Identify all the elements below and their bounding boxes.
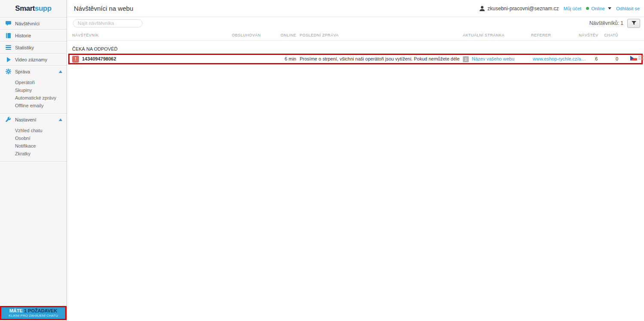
smartsupp-logo: Smartsupp xyxy=(0,0,67,17)
sidebar-section-label: Správa xyxy=(15,69,30,74)
col-header-referer[interactable]: REFERER xyxy=(531,33,551,37)
visitor-cell: ! 1434094798062 xyxy=(72,55,116,63)
sidebar-section-nastaveni[interactable]: Nastavení xyxy=(0,113,67,125)
sprava-sublist: Operátoři Skupiny Automatické zprávy Off… xyxy=(0,77,67,113)
logo-text-supp: supp xyxy=(35,4,52,13)
request-banner[interactable]: MÁTE 1 POŽADAVEK KLIKNI PRO ZAHÁJENÍ CHA… xyxy=(0,306,67,320)
filter-button[interactable] xyxy=(627,19,640,28)
col-header-navstev[interactable]: NÁVŠTĚV xyxy=(579,33,598,37)
section-label-ceka-na-odpoved: ČEKÁ NA ODPOVĚĎ xyxy=(67,41,644,54)
online-duration: 6 min xyxy=(269,55,296,63)
sidebar-subitem-operatori[interactable]: Operátoři xyxy=(15,79,67,86)
play-icon xyxy=(5,57,11,63)
visitor-row[interactable]: ! 1434094798062 6 min Prosíme o strpení,… xyxy=(68,54,643,64)
sidebar-subitem-notifikace[interactable]: Notifikace xyxy=(15,142,67,150)
current-page-link[interactable]: Název vašeho webu xyxy=(472,55,514,63)
col-header-chatu[interactable]: CHATŮ xyxy=(604,33,618,37)
sidebar-item-statistiky[interactable]: Statistiky xyxy=(0,41,67,53)
referer-link[interactable]: www.eshop-rychle.cz/a… xyxy=(533,55,586,63)
sidebar-subitem-zkratky[interactable]: Zkratky xyxy=(15,150,67,157)
sidebar-divider xyxy=(0,161,67,162)
status-dropdown[interactable]: Online xyxy=(586,6,611,11)
col-header-aktualni-stranka[interactable]: AKTUÁLNÍ STRÁNKA xyxy=(463,33,504,37)
my-account-link[interactable]: Můj účet xyxy=(564,6,582,11)
toolbar: Návštěvníků: 1 xyxy=(67,17,644,29)
col-header-online[interactable]: ONLINE xyxy=(269,33,296,37)
table-header: NÁVŠTĚVNÍK OBSLUHOVÁN ONLINE POSLEDNÍ ZP… xyxy=(67,29,644,41)
sidebar-subitem-vzhled-chatu[interactable]: Vzhled chatu xyxy=(15,127,67,134)
sidebar-subitem-offline-emaily[interactable]: Offline emaily xyxy=(15,102,67,109)
nastaveni-sublist: Vzhled chatu Osobní Notifikace Zkratky xyxy=(0,125,67,161)
sidebar-item-video-zaznamy[interactable]: Video záznamy xyxy=(0,53,67,65)
czech-flag-icon xyxy=(630,55,637,63)
main-panel: Návštěvníci na webu zkusebni-pracovni@se… xyxy=(67,0,644,321)
col-header-obsluhovan[interactable]: OBSLUHOVÁN xyxy=(232,33,261,37)
header-right: zkusebni-pracovni@seznam.cz Můj účet Onl… xyxy=(479,6,640,12)
gear-icon xyxy=(5,69,11,75)
person-icon xyxy=(479,6,485,12)
user-email: zkusebni-pracovni@seznam.cz xyxy=(479,6,559,12)
page-title: Návštěvníci na webu xyxy=(74,5,133,12)
last-message: Prosíme o strpení, všichni naši operátoř… xyxy=(300,55,460,63)
logout-link[interactable]: Odhlásit se xyxy=(616,6,640,11)
bars-icon xyxy=(5,45,11,51)
alert-icon: ! xyxy=(72,56,79,63)
visits-count: 6 xyxy=(579,55,598,63)
visitors-count: Návštěvníků: 1 xyxy=(589,20,623,26)
sidebar-item-label: Historie xyxy=(15,33,31,38)
sidebar-subitem-skupiny[interactable]: Skupiny xyxy=(15,86,67,94)
caret-down-icon xyxy=(608,7,611,9)
wrench-icon xyxy=(5,117,11,123)
sidebar: Smartsupp Návštěvníci Historie Statistik… xyxy=(0,0,67,321)
page-count-badge: 1 xyxy=(463,56,469,62)
main-header: Návštěvníci na webu zkusebni-pracovni@se… xyxy=(67,0,644,17)
sidebar-item-historie[interactable]: Historie xyxy=(0,29,67,41)
sidebar-section-sprava[interactable]: Správa xyxy=(0,65,67,77)
chats-count: 0 xyxy=(604,55,618,63)
chevron-up-icon[interactable] xyxy=(59,70,62,73)
sidebar-section-label: Nastavení xyxy=(15,117,36,122)
online-status-dot xyxy=(586,7,589,10)
sidebar-item-label: Návštěvníci xyxy=(15,21,39,26)
status-label: Online xyxy=(591,6,605,11)
search-input[interactable] xyxy=(73,19,143,27)
windows-icon xyxy=(638,55,644,63)
col-header-navstevnik[interactable]: NÁVŠTĚVNÍK xyxy=(72,33,99,37)
sidebar-item-label: Video záznamy xyxy=(15,57,47,62)
sidebar-item-navstevnici[interactable]: Návštěvníci xyxy=(0,17,67,29)
sidebar-subitem-osobni[interactable]: Osobní xyxy=(15,134,67,142)
visitor-id: 1434094798062 xyxy=(82,55,116,63)
book-icon xyxy=(5,33,11,39)
filter-icon xyxy=(632,21,636,25)
chevron-up-icon[interactable] xyxy=(59,118,62,121)
sidebar-item-label: Statistiky xyxy=(15,45,34,50)
request-count: 1 POŽADAVEK xyxy=(24,308,57,313)
logo-text-smart: Smart xyxy=(15,4,35,13)
toolbar-right: Návštěvníků: 1 xyxy=(589,19,640,28)
chat-bubble-icon xyxy=(5,21,11,27)
request-banner-line1: MÁTE 1 POŽADAVEK xyxy=(1,308,65,313)
request-banner-line2: KLIKNI PRO ZAHÁJENÍ CHATU xyxy=(1,314,65,318)
sidebar-subitem-automaticke-zpravy[interactable]: Automatické zprávy xyxy=(15,94,67,102)
col-header-posledni-zprava[interactable]: POSLEDNÍ ZPRÁVA xyxy=(300,33,339,37)
